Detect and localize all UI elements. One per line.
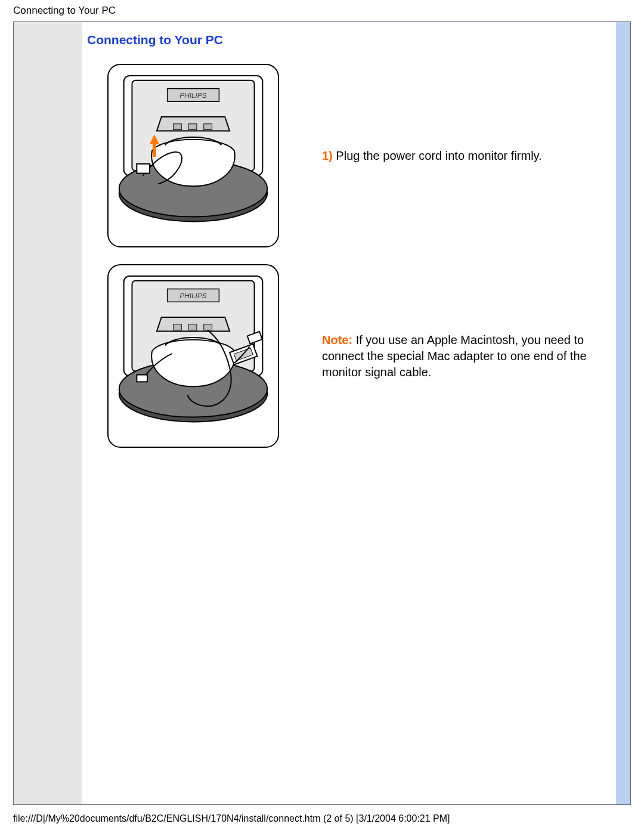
note-label: Note: (322, 333, 352, 346)
illustration-column: PHILIPS (87, 264, 296, 448)
svg-text:PHILIPS: PHILIPS (179, 91, 206, 100)
svg-rect-17 (188, 324, 197, 330)
svg-rect-5 (188, 124, 197, 130)
svg-text:PHILIPS: PHILIPS (179, 292, 206, 300)
section-heading: Connecting to Your PC (87, 33, 597, 47)
note-body-text: If you use an Apple Macintosh, you need … (322, 333, 587, 379)
footer-path: file:///D|/My%20documents/dfu/B2C/ENGLIS… (0, 805, 644, 824)
monitor-mac-adapter-illustration: PHILIPS (107, 264, 279, 448)
content-frame: Connecting to Your PC PHILIPS (13, 21, 631, 805)
left-gutter (14, 22, 82, 804)
page-root: Connecting to Your PC Connecting to Your… (0, 0, 644, 824)
step-body-text: Plug the power cord into monitor firmly. (333, 149, 542, 162)
svg-rect-6 (204, 124, 212, 130)
svg-rect-9 (137, 164, 150, 174)
step-text: Note: If you use an Apple Macintosh, you… (296, 332, 597, 380)
svg-rect-11 (153, 144, 156, 157)
illustration-column: PHILIPS (87, 64, 296, 247)
svg-rect-16 (173, 324, 181, 330)
svg-rect-4 (173, 124, 181, 130)
step-text: 1) Plug the power cord into monitor firm… (296, 148, 597, 164)
svg-rect-18 (204, 324, 212, 330)
step-row: PHILIPS (87, 264, 597, 448)
breadcrumb: Connecting to Your PC (0, 0, 644, 21)
content-area: Connecting to Your PC PHILIPS (82, 22, 616, 804)
step-row: PHILIPS (87, 64, 597, 247)
step-number-label: 1) (322, 149, 333, 162)
scrollbar-track[interactable] (616, 22, 630, 804)
monitor-power-cord-illustration: PHILIPS (107, 64, 279, 247)
svg-rect-24 (137, 375, 147, 382)
